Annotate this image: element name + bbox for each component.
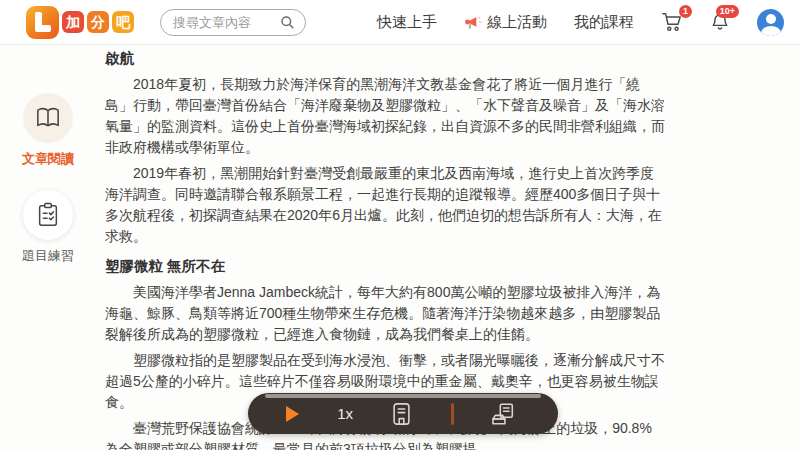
nav-my-courses[interactable]: 我的課程 <box>574 13 634 32</box>
article-paragraph: 2018年夏初，長期致力於海洋保育的黑潮海洋文教基金會花了將近一個月進行「繞島」… <box>105 74 665 158</box>
nav-online-events[interactable]: 線上活動 <box>464 13 547 32</box>
sidebar-label-question-practice: 題目練習 <box>22 247 74 265</box>
nav-quick-start[interactable]: 快速上手 <box>377 13 437 32</box>
header-nav: 快速上手 線上活動 我的課程 1 <box>377 9 784 36</box>
audio-player-toolbar: 1x <box>248 393 558 434</box>
sidebar-item-article-reading[interactable]: 文章閱讀 <box>22 93 74 168</box>
brand-char-1: 加 <box>62 11 84 33</box>
article-heading-setsail: 啟航 <box>105 48 665 69</box>
play-icon[interactable] <box>286 406 299 422</box>
user-avatar[interactable] <box>757 9 784 36</box>
search-input[interactable] <box>171 14 280 31</box>
brand-logo[interactable]: 加 分 吧 <box>26 6 134 39</box>
app-header: 加 分 吧 快速上手 線上活動 我的課程 <box>0 0 800 45</box>
notifications-button[interactable]: 10+ <box>710 12 730 32</box>
article-paragraph: 2019年春初，黑潮開始針對臺灣受創最嚴重的東北及西南海域，進行史上首次跨季度海… <box>105 163 665 247</box>
search-bar[interactable] <box>160 9 306 36</box>
toolbar-divider <box>451 403 454 425</box>
notebook-icon[interactable] <box>391 402 412 426</box>
article-content: 啟航 2018年夏初，長期致力於海洋保育的黑潮海洋文教基金會花了將近一個月進行「… <box>105 45 665 450</box>
cart-badge: 1 <box>679 5 692 18</box>
brand-char-3: 吧 <box>112 11 134 33</box>
article-paragraph: 美國海洋學者Jenna Jambeck統計，每年大約有800萬公噸的塑膠垃圾被排… <box>105 282 665 345</box>
nav-quick-start-label: 快速上手 <box>377 13 437 32</box>
search-icon[interactable] <box>280 15 295 30</box>
sidebar-label-article-reading: 文章閱讀 <box>22 150 74 168</box>
cart-button[interactable]: 1 <box>661 12 683 32</box>
notifications-badge: 10+ <box>716 5 739 18</box>
logo-l-icon <box>26 6 59 39</box>
clipboard-check-icon <box>23 190 73 240</box>
player-progress-track[interactable] <box>265 394 541 398</box>
megaphone-icon <box>464 14 483 31</box>
left-sidebar: 文章閱讀 題目練習 <box>0 45 96 450</box>
playback-speed-button[interactable]: 1x <box>337 405 353 422</box>
print-icon[interactable] <box>492 402 516 426</box>
open-book-icon <box>23 93 73 143</box>
nav-my-courses-label: 我的課程 <box>574 13 634 32</box>
brand-char-2: 分 <box>87 11 109 33</box>
nav-online-events-label: 線上活動 <box>487 13 547 32</box>
article-heading-microplastics: 塑膠微粒 無所不在 <box>105 256 665 277</box>
sidebar-item-question-practice[interactable]: 題目練習 <box>22 190 74 265</box>
